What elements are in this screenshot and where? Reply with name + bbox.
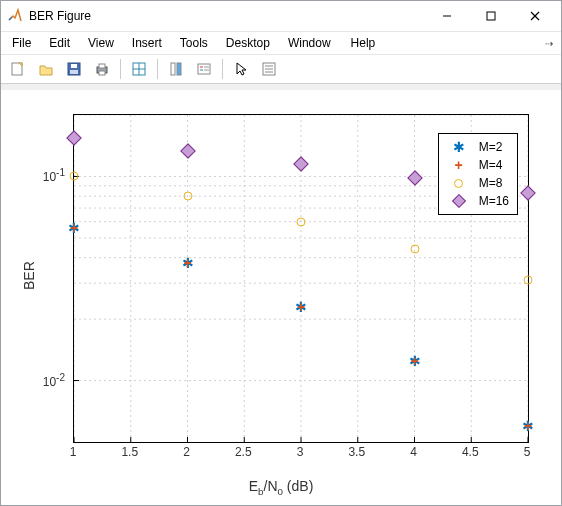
data-cursor-button[interactable]	[126, 56, 152, 82]
new-figure-button[interactable]	[5, 56, 31, 82]
circle-icon	[297, 217, 306, 226]
x-tick-label: 1.5	[121, 445, 138, 459]
menu-insert[interactable]: Insert	[123, 34, 171, 52]
x-tick-label: 3.5	[348, 445, 365, 459]
figure-area: ✱✱✱✱✱+++++ ✱ M=2 + M=4 M=8	[1, 84, 561, 505]
svg-rect-10	[99, 64, 105, 68]
legend-item-m4[interactable]: + M=4	[445, 156, 509, 174]
x-tick-label: 1	[70, 445, 77, 459]
menu-file[interactable]: File	[3, 34, 40, 52]
insert-legend-button[interactable]	[191, 56, 217, 82]
figure-canvas: ✱✱✱✱✱+++++ ✱ M=2 + M=4 M=8	[1, 90, 561, 505]
menu-window[interactable]: Window	[279, 34, 340, 52]
plot-tools-button[interactable]	[256, 56, 282, 82]
titlebar: BER Figure	[1, 1, 561, 32]
menubar: File Edit View Insert Tools Desktop Wind…	[1, 32, 561, 55]
save-button[interactable]	[61, 56, 87, 82]
insert-colorbar-button[interactable]	[163, 56, 189, 82]
menu-desktop[interactable]: Desktop	[217, 34, 279, 52]
legend[interactable]: ✱ M=2 + M=4 M=8 M=16	[438, 133, 518, 215]
circle-icon	[410, 245, 419, 254]
legend-item-m16[interactable]: M=16	[445, 192, 509, 210]
menu-tools[interactable]: Tools	[171, 34, 217, 52]
toolbar	[1, 55, 561, 84]
x-tick-label: 5	[524, 445, 531, 459]
legend-label: M=2	[479, 140, 503, 154]
svg-rect-20	[204, 66, 209, 68]
x-tick-label: 2.5	[235, 445, 252, 459]
svg-rect-16	[177, 63, 181, 75]
minimize-button[interactable]	[425, 2, 469, 30]
x-tick-label: 2	[183, 445, 190, 459]
plus-icon: +	[445, 157, 473, 173]
open-button[interactable]	[33, 56, 59, 82]
svg-rect-11	[99, 71, 105, 75]
pointer-button[interactable]	[228, 56, 254, 82]
svg-rect-21	[204, 69, 209, 71]
matlab-app-icon	[7, 8, 23, 24]
menu-view[interactable]: View	[79, 34, 123, 52]
circle-icon	[524, 276, 533, 285]
x-tick-label: 4.5	[462, 445, 479, 459]
circle-icon	[445, 175, 473, 191]
x-tick-label: 4	[410, 445, 417, 459]
y-axis-label: BER	[21, 261, 37, 290]
legend-label: M=8	[479, 176, 503, 190]
dock-controls-icon[interactable]: ⇢	[539, 38, 559, 49]
svg-rect-15	[171, 63, 175, 75]
diamond-icon	[445, 193, 473, 209]
figure-window: BER Figure File Edit View Insert Tools D…	[0, 0, 562, 506]
legend-item-m2[interactable]: ✱ M=2	[445, 138, 509, 156]
circle-icon	[70, 172, 79, 181]
print-button[interactable]	[89, 56, 115, 82]
x-axis-label: Eb/N0 (dB)	[249, 478, 314, 497]
legend-item-m8[interactable]: M=8	[445, 174, 509, 192]
window-controls	[425, 2, 557, 30]
window-title: BER Figure	[29, 9, 425, 23]
circle-icon	[183, 192, 192, 201]
x-tick-label: 3	[297, 445, 304, 459]
close-button[interactable]	[513, 2, 557, 30]
legend-label: M=16	[479, 194, 509, 208]
svg-rect-7	[71, 64, 77, 68]
svg-rect-8	[70, 70, 78, 74]
svg-rect-1	[487, 12, 495, 20]
menu-edit[interactable]: Edit	[40, 34, 79, 52]
legend-label: M=4	[479, 158, 503, 172]
axes[interactable]: ✱✱✱✱✱+++++ ✱ M=2 + M=4 M=8	[73, 114, 529, 443]
maximize-button[interactable]	[469, 2, 513, 30]
star-icon: ✱	[445, 139, 473, 155]
menu-help[interactable]: Help	[342, 34, 385, 52]
